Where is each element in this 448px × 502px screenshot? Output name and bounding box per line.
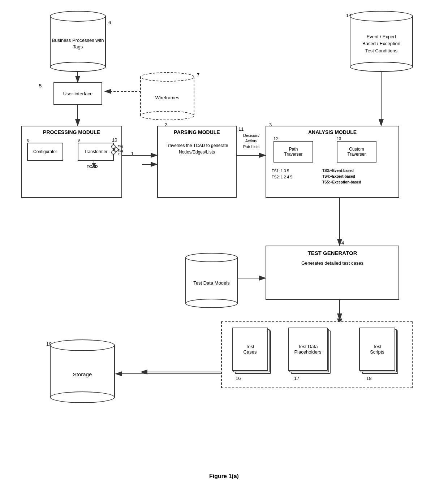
user-interface-box: User-interface <box>53 82 102 105</box>
wireframes-number: 7 <box>197 72 199 78</box>
ts3-label: TS3:+Event-based <box>322 168 361 174</box>
test-scripts-number: 18 <box>366 376 371 381</box>
test-scripts-label: TestScripts <box>370 344 384 355</box>
test-cases-number: 16 <box>236 376 241 381</box>
tg-to-output-arrow <box>332 299 347 323</box>
ts5-label: TS5:+Exception-based <box>322 179 361 185</box>
parsing-module-label: PARSING MODULE <box>158 126 236 135</box>
path-traverser-number: 12 <box>273 137 278 141</box>
test-generator-description: Generates detailed test cases <box>266 256 399 266</box>
parsing-number: 2 <box>164 122 167 127</box>
configurator-number: 8 <box>27 138 29 142</box>
ts-paths-right: TS3:+Event-based TS4:+Expert-based TS5:+… <box>322 168 361 185</box>
tcad-label: TCAD <box>87 164 98 169</box>
processing-module-label: PROCESSING MODULE <box>22 126 121 135</box>
custom-traverser-box: CustomTraverser <box>337 141 376 163</box>
decision-action-label: Decision/Action/Pair Lists <box>238 133 265 150</box>
output-to-storage-arrow <box>114 370 222 377</box>
transformer-box: Transformer <box>78 143 114 161</box>
ts4-label: TS4:+Expert-based <box>322 174 361 179</box>
processing-internal-arrows <box>22 126 123 199</box>
arrow11-number: 11 <box>238 126 244 132</box>
transformer-label: Transformer <box>84 149 108 154</box>
business-processes-number: 6 <box>108 20 111 25</box>
configurator-label: Configurator <box>33 149 57 154</box>
output-group-box: TestCases 16 Test DataPlaceholders 17 Te… <box>221 321 413 388</box>
processing-tag-number: 10 <box>112 137 117 143</box>
processing-module-box: PROCESSING MODULE Configurator 8 Transfo… <box>21 126 122 198</box>
analysis-module-box: ANALYSIS MODULE PathTraverser 12 CustomT… <box>266 126 399 198</box>
ts-paths-left: TS1: 1 3 5 TS2: 1 2 4 5 <box>272 168 292 180</box>
parsing-module-box: PARSING MODULE Traverses the TCAD to gen… <box>157 126 237 198</box>
test-data-models-label: Test Data Models <box>193 280 229 286</box>
user-interface-label: User-interface <box>63 91 93 96</box>
user-interface-number: 5 <box>39 83 42 88</box>
ts2-label: TS2: 1 2 4 5 <box>272 174 292 180</box>
storage-cylinder: Storage <box>50 339 115 397</box>
wireframes-label: Wireframes <box>155 95 179 100</box>
tag2-label: Tag 2 <box>118 149 123 156</box>
analysis-module-label: ANALYSIS MODULE <box>266 126 399 135</box>
arrow4-number: 4 <box>341 240 344 246</box>
parsing-module-description: Traverses the TCAD to generateNodes/Edge… <box>158 135 236 155</box>
ts1-label: TS1: 1 3 5 <box>272 168 292 174</box>
wireframes-cylinder: Wireframes <box>140 72 194 116</box>
custom-traverser-number: 13 <box>337 137 341 141</box>
diagram: Business Processes with Tags 6 User-inte… <box>0 0 448 469</box>
event-expert-cylinder: Event / ExpertBased / ExceptionTest Cond… <box>350 11 413 67</box>
test-data-placeholders-label: Test DataPlaceholders <box>294 344 321 355</box>
test-data-placeholders-number: 17 <box>294 376 299 381</box>
test-generator-box: TEST GENERATOR Generates detailed test c… <box>266 246 399 300</box>
arrow1-number: 1 <box>131 151 134 156</box>
business-processes-label: Business Processes with Tags <box>51 37 105 50</box>
path-traverser-label: PathTraverser <box>284 147 303 157</box>
custom-traverser-label: CustomTraverser <box>348 147 366 157</box>
storage-label: Storage <box>73 371 92 377</box>
figure-caption: Figure 1(a) <box>0 473 448 487</box>
configurator-box: Configurator <box>27 143 63 161</box>
test-data-models-cylinder: Test Data Models <box>185 253 238 303</box>
analysis-number: 3 <box>269 122 272 127</box>
event-expert-label: Event / ExpertBased / ExceptionTest Cond… <box>362 33 400 55</box>
business-processes-cylinder: Business Processes with Tags <box>50 11 106 67</box>
test-cases-label: TestCases <box>244 344 257 355</box>
path-traverser-box: PathTraverser <box>273 141 313 163</box>
test-generator-label: TEST GENERATOR <box>266 246 399 256</box>
transformer-number: 9 <box>78 138 80 142</box>
